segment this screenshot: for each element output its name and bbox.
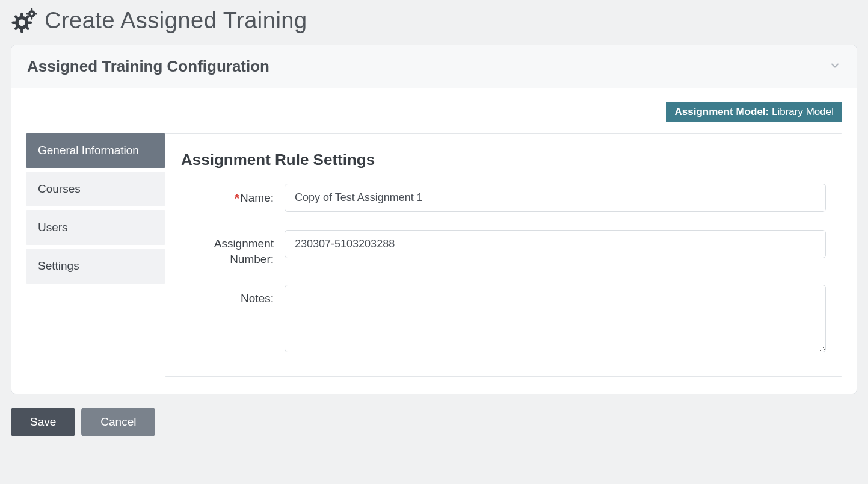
assignment-number-input[interactable] — [285, 230, 826, 258]
svg-line-5 — [16, 17, 17, 19]
assignment-model-value: Library Model — [772, 106, 834, 117]
notes-label: Notes: — [241, 292, 274, 305]
tab-settings[interactable]: Settings — [26, 249, 165, 284]
svg-point-9 — [29, 11, 34, 16]
assignment-model-badge: Assignment Model: Library Model — [666, 102, 842, 122]
svg-line-8 — [26, 17, 28, 19]
panel-heading: Assignment Rule Settings — [181, 150, 826, 169]
assignment-model-label: Assignment Model: — [674, 106, 769, 117]
tab-label: Courses — [38, 182, 81, 195]
model-badge-row: Assignment Model: Library Model — [26, 102, 842, 122]
tab-courses[interactable]: Courses — [26, 172, 165, 206]
form-row-notes: Notes: — [181, 285, 826, 355]
save-button[interactable]: Save — [11, 408, 75, 436]
svg-line-7 — [16, 27, 17, 29]
notes-textarea[interactable] — [285, 285, 826, 352]
side-tabs: General Information Courses Users Settin… — [26, 133, 165, 377]
assignment-number-label: Assignment Number: — [214, 237, 274, 265]
chevron-down-icon — [829, 60, 841, 74]
page-title: Create Assigned Training — [45, 8, 307, 34]
content-row: General Information Courses Users Settin… — [26, 133, 842, 377]
name-input[interactable] — [285, 184, 826, 212]
form-row-assignment-number: Assignment Number: — [181, 230, 826, 267]
card-header-title: Assigned Training Configuration — [27, 57, 269, 76]
assignment-number-label-col: Assignment Number: — [181, 230, 285, 267]
required-star-icon: * — [234, 191, 239, 206]
cancel-button[interactable]: Cancel — [81, 408, 155, 436]
name-label-col: *Name: — [181, 184, 285, 208]
form-row-name: *Name: — [181, 184, 826, 212]
svg-line-6 — [26, 27, 28, 29]
card-header[interactable]: Assigned Training Configuration — [11, 45, 857, 88]
name-label: Name: — [240, 191, 274, 204]
page-title-row: Create Assigned Training — [11, 7, 857, 34]
tab-label: Settings — [38, 259, 79, 272]
tab-panel-general: Assignment Rule Settings *Name: Assignme… — [165, 133, 842, 377]
tab-general-information[interactable]: General Information — [26, 133, 165, 168]
card-body: Assignment Model: Library Model General … — [11, 88, 857, 394]
tab-label: General Information — [38, 144, 139, 157]
notes-label-col: Notes: — [181, 285, 285, 306]
gears-icon — [11, 7, 37, 34]
config-card: Assigned Training Configuration Assignme… — [11, 45, 857, 394]
footer-actions: Save Cancel — [11, 408, 857, 436]
tab-label: Users — [38, 221, 68, 234]
tab-users[interactable]: Users — [26, 210, 165, 245]
